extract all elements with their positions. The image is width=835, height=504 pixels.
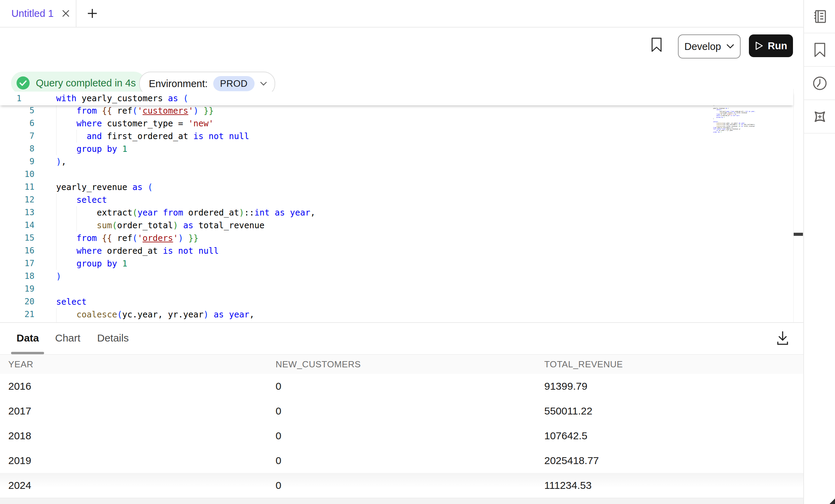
tab-untitled-1[interactable]: Untitled 1 — [0, 0, 81, 27]
tab-data[interactable]: Data — [17, 323, 39, 353]
editor-scrollbar-thumb[interactable] — [794, 233, 803, 236]
cell-total-revenue: 91399.79 — [544, 374, 587, 398]
code-text: select — [56, 295, 87, 308]
code-text: yearly_revenue as ( — [56, 181, 153, 193]
code-text: from {{ ref('orders') }} — [56, 232, 198, 244]
line-number: 20 — [0, 295, 34, 308]
download-icon — [776, 331, 790, 345]
bookmark-icon — [651, 37, 662, 52]
line-number: 18 — [0, 270, 34, 283]
develop-dropdown-button[interactable]: Develop — [678, 34, 741, 59]
tab-divider — [76, 0, 76, 27]
bookmark-query-button[interactable] — [649, 36, 664, 54]
code-line[interactable]: 13 extract(year from ordered_at)::int as… — [0, 206, 793, 219]
table-row: 2024 0 111234.53 — [0, 473, 803, 498]
bookmark-icon — [813, 42, 826, 57]
cell-year: 2018 — [8, 423, 31, 448]
code-text: coalesce(yc.year, yr.year) as year, — [56, 308, 254, 321]
code-line[interactable]: 22 coalesce(yc.new_customers, 0) as new_… — [0, 321, 793, 323]
query-status-text: Query completed in 4s — [36, 77, 136, 89]
line-number: 10 — [0, 168, 34, 181]
code-text: coalesce(yc.new_customers, 0) as new_cus… — [56, 321, 315, 323]
line-number: 1 — [0, 92, 37, 105]
code-line[interactable]: 12 select — [0, 193, 793, 206]
line-number: 15 — [0, 232, 34, 244]
close-tab-icon[interactable] — [60, 8, 72, 19]
cell-new-customers: 0 — [276, 448, 281, 473]
table-row: 2019 0 2025418.77 — [0, 448, 803, 473]
code-text: and first_ordered_at is not null — [56, 130, 249, 143]
code-line[interactable]: 10 — [0, 168, 793, 181]
play-icon — [755, 41, 764, 51]
check-circle-icon — [16, 76, 30, 90]
line-number: 22 — [0, 321, 34, 323]
cell-total-revenue: 107642.5 — [544, 423, 587, 448]
code-line[interactable]: 18) — [0, 270, 793, 283]
sticky-code: with yearly_customers as ( — [56, 92, 188, 105]
editor-right-border — [793, 89, 794, 323]
code-line[interactable]: 19 — [0, 283, 793, 295]
cell-new-customers: 0 — [276, 473, 281, 497]
resize-handle[interactable] — [829, 498, 835, 504]
develop-label: Develop — [684, 41, 721, 52]
sidebar-item-bookmarks[interactable] — [804, 33, 835, 67]
notebook-icon — [812, 9, 828, 24]
code-line[interactable]: 15 from {{ ref('orders') }} — [0, 232, 793, 244]
results-tab-bar: Data Chart Details — [0, 323, 803, 354]
line-number: 9 — [0, 155, 34, 168]
tab-details[interactable]: Details — [97, 323, 129, 353]
sticky-scroll-line[interactable]: 1 with yearly_customers as ( — [0, 92, 793, 105]
code-line[interactable]: 21 coalesce(yc.year, yr.year) as year, — [0, 308, 793, 321]
code-line[interactable]: 6 where customer_type = 'new' — [0, 117, 793, 130]
code-line[interactable]: 5 from {{ ref('customers') }} — [0, 104, 793, 117]
code-text: ) — [56, 270, 61, 283]
cell-total-revenue: 111234.53 — [544, 473, 591, 497]
code-text: where ordered_at is not null — [56, 244, 219, 257]
environment-value-badge: PROD — [213, 76, 255, 91]
code-line[interactable]: 7 and first_ordered_at is not null — [0, 130, 793, 143]
download-results-button[interactable] — [773, 328, 792, 348]
cell-year: 2019 — [8, 448, 31, 473]
code-line[interactable]: 9), — [0, 155, 793, 168]
code-line[interactable]: 8 group by 1 — [0, 143, 793, 155]
code-line[interactable]: 20select — [0, 295, 793, 308]
active-tab-indicator — [11, 352, 44, 354]
code-line[interactable]: 14 sum(order_total) as total_revenue — [0, 219, 793, 232]
line-number: 21 — [0, 308, 34, 321]
app-window: Untitled 1 Develop Run Query completed i… — [0, 0, 835, 504]
query-status-badge: Query completed in 4s — [11, 72, 145, 94]
cell-year: 2024 — [8, 473, 31, 497]
code-line[interactable]: 17 group by 1 — [0, 257, 793, 270]
clock-icon — [812, 75, 828, 91]
cell-year: 2016 — [8, 374, 31, 398]
line-number: 11 — [0, 181, 34, 193]
column-header-new-customers: NEW_CUSTOMERS — [276, 355, 361, 374]
tab-chart[interactable]: Chart — [55, 323, 80, 353]
line-number: 17 — [0, 257, 34, 270]
column-header-year: YEAR — [8, 355, 33, 374]
editor-tab-bar: Untitled 1 — [0, 0, 803, 28]
code-text: sum(order_total) as total_revenue — [56, 219, 265, 232]
cell-new-customers: 0 — [276, 399, 281, 423]
code-text: select — [56, 193, 107, 206]
line-number: 12 — [0, 193, 34, 206]
sidebar-item-dbt-power-user[interactable] — [804, 100, 835, 134]
cell-year: 2017 — [8, 399, 31, 423]
sidebar-item-history[interactable] — [804, 67, 835, 100]
table-scroll-strip[interactable] — [0, 498, 803, 504]
table-header-row: YEAR NEW_CUSTOMERS TOTAL_REVENUE — [0, 355, 803, 374]
code-line[interactable]: 16 where ordered_at is not null — [0, 244, 793, 257]
new-tab-button[interactable] — [82, 0, 103, 27]
right-sidebar — [803, 0, 835, 504]
run-button[interactable]: Run — [749, 34, 793, 57]
code-text: ), — [56, 155, 66, 168]
code-editor[interactable]: 5 from {{ ref('customers') }}6 where cus… — [0, 104, 793, 323]
column-header-total-revenue: TOTAL_REVENUE — [544, 355, 623, 374]
code-text: group by 1 — [56, 143, 127, 155]
line-number: 16 — [0, 244, 34, 257]
code-text: where customer_type = 'new' — [56, 117, 214, 130]
table-row: 2017 0 550011.22 — [0, 399, 803, 424]
line-number: 19 — [0, 283, 34, 295]
code-line[interactable]: 11yearly_revenue as ( — [0, 181, 793, 193]
sidebar-item-notebook[interactable] — [804, 0, 835, 33]
